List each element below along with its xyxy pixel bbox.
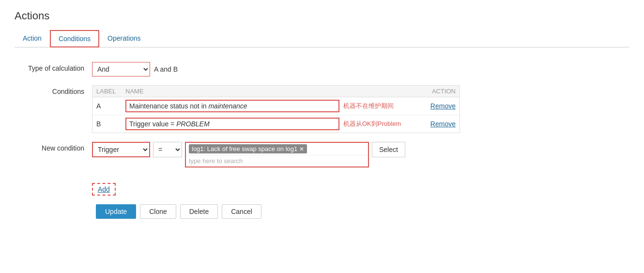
- row-b-label: B: [96, 120, 125, 128]
- new-condition-row: New condition Trigger = log1: Lack of fr…: [15, 142, 629, 174]
- conditions-table-header: LABEL NAME ACTION: [92, 86, 460, 97]
- type-of-calculation-row: Type of calculation And A and B: [15, 62, 629, 76]
- add-link[interactable]: Add: [92, 183, 116, 196]
- tab-action[interactable]: Action: [15, 30, 50, 47]
- delete-button[interactable]: Delete: [180, 204, 218, 219]
- conditions-content: Type of calculation And A and B Conditio…: [15, 57, 629, 224]
- operator-select[interactable]: =: [153, 142, 182, 157]
- tab-operations[interactable]: Operations: [99, 30, 149, 47]
- col-action-header: ACTION: [417, 88, 456, 95]
- row-b-name: Trigger value = PROBLEM: [125, 118, 339, 130]
- new-condition-control: Trigger = log1: Lack of free swap space …: [92, 142, 405, 167]
- select-button[interactable]: Select: [372, 142, 405, 157]
- col-name-header: NAME: [125, 88, 339, 95]
- row-a-name-text: Maintenance status not in: [129, 102, 208, 110]
- tab-conditions[interactable]: Conditions: [50, 30, 99, 47]
- row-b-name-italic: PROBLEM: [176, 120, 209, 128]
- row-a-annotation: 机器不在维护期间: [339, 102, 417, 110]
- table-row: B Trigger value = PROBLEM 机器从OK到Problem …: [92, 115, 460, 133]
- button-row: Update Clone Delete Cancel: [15, 204, 629, 219]
- clone-button[interactable]: Clone: [140, 204, 176, 219]
- col-annotation-header: [339, 88, 417, 95]
- type-of-calculation-control: And A and B: [92, 62, 178, 76]
- conditions-table: LABEL NAME ACTION A Maintenance status n…: [92, 85, 460, 133]
- row-a-label: A: [96, 102, 125, 110]
- col-label-header: LABEL: [96, 88, 125, 95]
- row-b-annotation: 机器从OK到Problem: [339, 120, 417, 128]
- tag-input-container[interactable]: log1: Lack of free swap space on log1 ✕ …: [185, 142, 369, 167]
- row-a-action: Remove: [417, 102, 456, 110]
- conditions-table-wrapper: LABEL NAME ACTION A Maintenance status n…: [92, 85, 460, 133]
- calculation-select[interactable]: And: [92, 62, 150, 76]
- row-b-remove-link[interactable]: Remove: [430, 120, 456, 128]
- calculation-formula: A and B: [154, 65, 178, 73]
- new-condition-label: New condition: [15, 142, 92, 152]
- page-title: Actions: [15, 10, 629, 22]
- row-a-remove-link[interactable]: Remove: [430, 102, 456, 110]
- cancel-button[interactable]: Cancel: [222, 204, 261, 219]
- add-row: Add: [15, 183, 629, 196]
- type-of-calculation-label: Type of calculation: [15, 62, 92, 72]
- tag-search-placeholder: type here to search: [186, 155, 368, 167]
- conditions-row: Conditions LABEL NAME ACTION A Maintenan…: [15, 85, 629, 133]
- tag-row: log1: Lack of free swap space on log1 ✕: [186, 143, 368, 155]
- tag-chip-close-icon[interactable]: ✕: [299, 146, 304, 152]
- row-a-name: Maintenance status not in maintenance: [125, 100, 339, 112]
- row-b-action: Remove: [417, 120, 456, 128]
- tag-chip-text: log1: Lack of free swap space on log1: [192, 145, 297, 152]
- row-a-name-italic: maintenance: [208, 102, 247, 110]
- row-b-name-text: Trigger value =: [129, 120, 176, 128]
- trigger-select[interactable]: Trigger: [92, 142, 150, 157]
- update-button[interactable]: Update: [96, 204, 136, 219]
- tag-chip: log1: Lack of free swap space on log1 ✕: [189, 144, 307, 153]
- tab-bar: Action Conditions Operations: [15, 30, 629, 47]
- conditions-label: Conditions: [15, 85, 92, 95]
- table-row: A Maintenance status not in maintenance …: [92, 97, 460, 115]
- add-label-spacer: [15, 183, 92, 185]
